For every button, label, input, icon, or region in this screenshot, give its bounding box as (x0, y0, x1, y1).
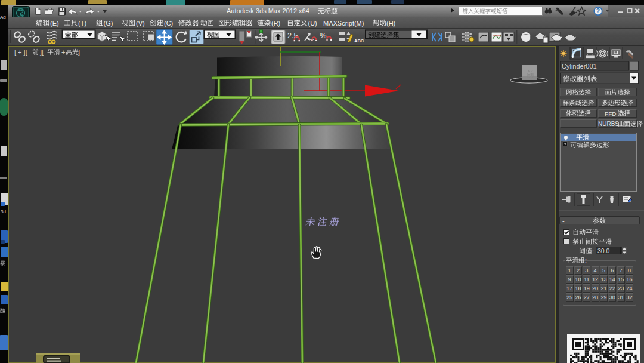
svg-text:+: + (61, 48, 65, 56)
svg-text:17: 17 (566, 285, 572, 291)
svg-text:][: ][ (40, 48, 44, 56)
svg-text:5: 5 (602, 267, 605, 273)
svg-text:NURBS: NURBS (598, 121, 619, 127)
svg-text:22: 22 (609, 285, 615, 291)
svg-text:Autodesk 3ds Max 2012 x64: Autodesk 3ds Max 2012 x64 (227, 7, 309, 14)
svg-text:13: 13 (600, 276, 606, 282)
svg-text:30: 30 (609, 294, 615, 300)
svg-text::: : (585, 257, 587, 264)
svg-text:8: 8 (628, 267, 631, 273)
svg-text:31: 31 (618, 294, 624, 300)
svg-text:6: 6 (611, 267, 614, 273)
svg-text:21: 21 (600, 285, 606, 291)
svg-text:(V): (V) (136, 20, 145, 27)
svg-text:12: 12 (592, 276, 598, 282)
svg-text:26: 26 (575, 294, 581, 300)
svg-text:FFD: FFD (605, 110, 616, 117)
svg-text:[ + ][: [ + ][ (14, 48, 27, 56)
svg-text:2: 2 (577, 267, 580, 273)
svg-text:10: 10 (575, 276, 581, 282)
svg-text:25: 25 (566, 294, 572, 300)
svg-text:]: ] (78, 48, 80, 56)
svg-text:(T): (T) (78, 20, 86, 27)
svg-text:MAXScript(M): MAXScript(M) (323, 20, 364, 27)
svg-text:30.0: 30.0 (597, 247, 610, 254)
svg-text:15: 15 (618, 276, 624, 282)
svg-text:9: 9 (568, 276, 571, 282)
svg-text:-: - (562, 217, 565, 224)
svg-text:24: 24 (626, 285, 632, 291)
svg-text:Cylinder001: Cylinder001 (562, 63, 597, 70)
svg-text:1: 1 (568, 267, 571, 273)
svg-text:(H): (H) (386, 20, 395, 27)
svg-text:(R): (R) (271, 20, 280, 27)
svg-text:4: 4 (594, 267, 597, 273)
svg-text:16: 16 (626, 276, 632, 282)
svg-text:(E): (E) (50, 20, 59, 27)
svg-text:(G): (G) (104, 20, 113, 27)
svg-text:3d: 3d (1, 209, 6, 214)
svg-text:20: 20 (592, 285, 598, 291)
svg-text:18: 18 (575, 285, 581, 291)
svg-text:28: 28 (592, 294, 598, 300)
svg-text:29: 29 (600, 294, 606, 300)
svg-text::: : (592, 247, 594, 254)
svg-text:19: 19 (584, 285, 590, 291)
svg-text:Ad: Ad (0, 14, 6, 20)
svg-text:23: 23 (618, 285, 624, 291)
svg-text:11: 11 (584, 276, 589, 282)
svg-text:7: 7 (620, 267, 623, 273)
svg-text:32: 32 (626, 294, 632, 300)
svg-text:14: 14 (609, 276, 615, 282)
svg-text:(C): (C) (164, 20, 173, 27)
svg-text:27: 27 (584, 294, 590, 300)
svg-text:3: 3 (585, 267, 588, 273)
svg-text:(U): (U) (308, 20, 317, 27)
